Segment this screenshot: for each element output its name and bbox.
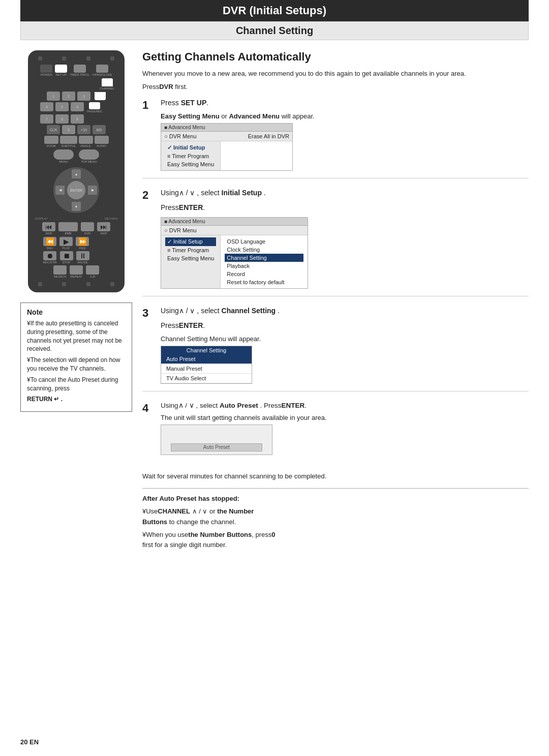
step-2-reset: Reset to factory default <box>225 278 303 286</box>
remote-search-btn[interactable] <box>53 265 67 275</box>
step-4-bold: Auto Preset <box>220 402 258 409</box>
remote-play-btn[interactable]: ▶ <box>59 237 73 246</box>
remote-dpad-right[interactable]: ▶ <box>88 186 97 195</box>
remote-clear-btn[interactable]: CLR <box>47 125 60 134</box>
remote-mode-btn[interactable]: MD <box>93 125 106 134</box>
step-3-channel-menu: Channel Setting Auto Preset Manual Prese… <box>161 346 252 384</box>
step-2-bold: Initial Setup <box>222 189 262 197</box>
step-4: 4 Using∧ / ∨ , select Auto Preset . Pres… <box>142 401 529 462</box>
step-1-menu: ■ Advanced Menu ○ DVR Menu Erase All in … <box>161 123 293 171</box>
step-2-osd: OSD Language <box>225 237 303 246</box>
remote-btn-8[interactable]: 8 <box>55 114 69 124</box>
remote-plus10-btn[interactable]: +10 <box>77 125 90 134</box>
remote-subtitle-btn[interactable] <box>60 136 77 144</box>
step-3: 3 Using∧ / ∨ , select Channel Setting . … <box>142 306 529 391</box>
step-1-menu-body: ✓ Initial Setup ≡ Timer Program Easy Set… <box>161 141 292 170</box>
remote-enter-btn[interactable]: ENTER <box>67 181 85 199</box>
remote-angle-btn[interactable] <box>79 136 93 144</box>
remote-stop-btn[interactable]: ⏹ <box>60 251 73 260</box>
remote-btn-7[interactable]: 7 <box>40 114 53 124</box>
remote-top-menu-btn[interactable] <box>79 149 99 160</box>
step-2-instruction: Using∧ / ∨ , select Initial Setup . <box>161 188 529 198</box>
step-1-easy-menu: Easy Setting Menu <box>161 112 220 120</box>
note-title: Note <box>27 308 126 316</box>
note-box: Note ¥If the auto presetting is canceled… <box>20 303 132 412</box>
step-4-instruction: Using∧ / ∨ , select Auto Preset . PressE… <box>161 401 529 411</box>
remote-zoom-btn[interactable] <box>44 136 58 144</box>
step-4-content: Using∧ / ∨ , select Auto Preset . PressE… <box>161 401 529 455</box>
after-buttons-bold: Buttons <box>142 518 167 526</box>
remote-setup-btn[interactable] <box>55 65 67 73</box>
step-1-subtext: Easy Setting Menu or Advanced Menu will … <box>161 112 529 120</box>
remote-btn-6[interactable]: 6 <box>71 102 84 111</box>
remote-btn-4[interactable]: 4 <box>40 102 53 111</box>
step-3-bold: Channel Setting <box>222 307 276 315</box>
right-column: Getting Channels Automatically Whenever … <box>142 50 529 551</box>
remote-repeat-btn[interactable] <box>70 265 83 275</box>
after-bullet-2: ¥When you usethe Number Buttons, press0 … <box>142 530 529 551</box>
remote-open-btn[interactable] <box>96 65 108 73</box>
remote-ch-down[interactable] <box>95 92 106 100</box>
remote-dvd-btn[interactable] <box>81 222 94 231</box>
remote-rec-btn[interactable]: ⏺ <box>43 251 56 260</box>
remote-audio-btn[interactable] <box>95 136 109 144</box>
step-1-menu-left: ✓ Initial Setup ≡ Timer Program Easy Set… <box>161 141 221 170</box>
after-section: After Auto Preset has stopped: ¥UseCHANN… <box>142 494 529 551</box>
step-2-enter: PressENTER. <box>161 202 529 213</box>
remote-skip-back-btn[interactable]: ⏮ <box>42 222 55 231</box>
step-3-menu-title: Channel Setting <box>161 346 252 354</box>
remote-dpad-up[interactable]: ▲ <box>72 169 81 178</box>
remote-ch-up[interactable] <box>102 78 113 86</box>
step-3-auto-preset: Auto Preset <box>161 354 252 364</box>
step-1-erase-label: Erase All in DVR <box>248 133 289 139</box>
step-1-instruction: Press SET UP. <box>161 98 529 108</box>
step-4-num: 4 <box>142 401 155 455</box>
step-3-num: 3 <box>142 306 155 384</box>
remote-btn-2[interactable]: 2 <box>62 92 75 101</box>
remote-btn-9[interactable]: 9 <box>71 114 84 124</box>
step-3-subtext: Channel Setting Menu will appear. <box>161 335 529 343</box>
remote-btn-0[interactable]: 0 <box>62 125 75 134</box>
press-dvr-bold: DVR <box>159 83 173 90</box>
step-2-menu-left: ✓ Initial Setup ≡ Timer Program Easy Set… <box>161 235 221 288</box>
remote-power-btn[interactable] <box>40 65 52 73</box>
step-2-menu-header: ○ DVR Menu <box>161 226 308 235</box>
remote-btn-1[interactable]: 1 <box>47 92 60 101</box>
remote-bottom-dots <box>33 282 119 286</box>
after-zero-bold: 0 <box>271 531 275 538</box>
step-2-dvr-menu-label: ○ DVR Menu <box>164 227 197 233</box>
step-1-num: 1 <box>142 98 155 171</box>
remote-menu-btn[interactable] <box>53 149 74 160</box>
after-bullet-1: ¥UseCHANNEL ∧ / ∨ or the Number Buttons … <box>142 506 529 528</box>
step-1-bold: SET UP <box>179 99 206 107</box>
remote-ab-btn[interactable] <box>86 265 99 275</box>
step-3-enter-bold: ENTER <box>179 321 203 329</box>
remote-btn-3[interactable]: 3 <box>77 92 90 101</box>
remote-dpad-left[interactable]: ◀ <box>55 186 65 195</box>
step-2-easy-setting: Easy Setting Menu <box>165 254 216 262</box>
step-3-tv-audio: TV Audio Select <box>161 374 252 383</box>
step-2-menu: ■ Advanced Menu ○ DVR Menu ✓ Initial Set… <box>161 217 308 289</box>
step-1-adv-menu: Advanced Menu <box>229 112 280 120</box>
step-1-menu-bar: ■ Advanced Menu <box>161 124 292 132</box>
remote-btn-5[interactable]: 5 <box>55 102 69 111</box>
remote-fwd-btn[interactable]: ⏩ <box>76 237 89 246</box>
header-dvr: DVR (Initial Setups) <box>20 0 529 21</box>
step-2: 2 Using∧ / ∨ , select Initial Setup . Pr… <box>142 188 529 296</box>
remote-pause-btn[interactable]: ⏸ <box>76 251 89 260</box>
step-2-content: Using∧ / ∨ , select Initial Setup . Pres… <box>161 188 529 289</box>
wait-text: Wait for several minutes for channel sca… <box>142 471 529 481</box>
remote-dpad[interactable]: ▲ ▼ ◀ ▶ ENTER <box>53 167 99 213</box>
remote-top-dots <box>33 56 119 61</box>
step-2-menu-body: ✓ Initial Setup ≡ Timer Program Easy Set… <box>161 235 308 288</box>
remote-dvr-btn[interactable] <box>58 222 78 231</box>
remote-skip-fwd-btn[interactable]: ⏭ <box>97 222 110 231</box>
remote-dpad-down[interactable]: ▼ <box>72 202 81 211</box>
left-column: POWER SET UP TIMER PROG. OPEN/CLOSE <box>20 50 132 551</box>
step-1: 1 Press SET UP. Easy Setting Menu or Adv… <box>142 98 529 178</box>
header-channel: Channel Setting <box>20 21 529 40</box>
remote-timer-btn[interactable] <box>74 65 86 73</box>
remote-rev-btn[interactable]: ⏪ <box>43 237 56 246</box>
remote-page-btn[interactable] <box>89 102 100 109</box>
step-2-playback: Playback <box>225 262 303 270</box>
